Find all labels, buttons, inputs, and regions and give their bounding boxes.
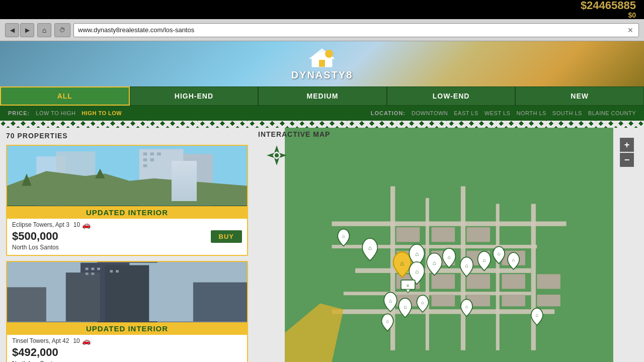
svg-rect-61 (502, 295, 525, 306)
money-amount: $24465885 (581, 0, 636, 11)
tinsel-price-row: $492,000 (12, 346, 242, 359)
svg-text:⌂: ⌂ (415, 268, 419, 275)
tab-new[interactable]: NEW (515, 86, 644, 106)
svg-rect-44 (496, 204, 500, 350)
history-button[interactable]: ⏱ (54, 23, 70, 37)
tinsel-garage-count: 10 (73, 337, 79, 344)
compass (264, 143, 289, 168)
svg-rect-29 (193, 283, 247, 322)
home-button[interactable]: ⌂ (37, 23, 51, 37)
svg-rect-45 (531, 204, 536, 350)
svg-text:⌂: ⌂ (498, 251, 501, 256)
tinsel-info: Tinsel Towers, Apt 42 10 🚗 $492,000 Nort… (7, 335, 247, 362)
tab-all[interactable]: ALL (0, 86, 130, 106)
svg-rect-13 (143, 164, 147, 167)
svg-text:≡: ≡ (407, 284, 410, 288)
eclipse-towers-image (7, 146, 247, 206)
eclipse-price: $500,000 (12, 230, 58, 243)
svg-rect-25 (91, 273, 94, 275)
price-filter-label: PRICE: (8, 110, 30, 116)
svg-text:⌂: ⌂ (465, 263, 468, 268)
content-area: 70 PROPERTIES (0, 128, 644, 362)
svg-rect-40 (332, 309, 555, 314)
filter-west-ls[interactable]: WEST LS (485, 110, 511, 116)
svg-marker-84 (274, 145, 279, 153)
filter-south-ls[interactable]: SOUTH LS (552, 110, 582, 116)
hero-banner: DYNASTY8 (0, 41, 644, 86)
tab-low-end[interactable]: LOW-END (387, 86, 516, 106)
svg-rect-47 (432, 227, 455, 242)
svg-rect-1 (319, 60, 325, 67)
eclipse-updated-badge: UPDATED INTERIOR (7, 206, 247, 219)
tinsel-name-row: Tinsel Towers, Apt 42 10 🚗 (12, 337, 242, 345)
forward-button[interactable]: ▶ (20, 23, 34, 37)
zoom-in-button[interactable]: + (620, 138, 634, 152)
filter-north-ls[interactable]: NORTH LS (516, 110, 546, 116)
svg-marker-85 (274, 158, 279, 165)
close-url-button[interactable]: ✕ (626, 25, 634, 35)
svg-rect-26 (110, 270, 113, 273)
zigzag-divider (0, 121, 644, 128)
eclipse-price-row: $500,000 BUY (12, 230, 242, 243)
home-icon: ⌂ (42, 26, 46, 34)
tinsel-garage: 10 🚗 (73, 337, 90, 345)
svg-text:⌂: ⌂ (421, 300, 424, 305)
properties-header: 70 PROPERTIES (6, 132, 248, 140)
property-card-eclipse[interactable]: UPDATED INTERIOR Eclipse Towers, Apt 3 1… (6, 145, 248, 256)
svg-marker-87 (279, 153, 287, 158)
eclipse-name: Eclipse Towers, Apt 3 (12, 221, 69, 228)
svg-rect-56 (502, 274, 525, 289)
svg-rect-12 (150, 158, 154, 161)
tinsel-garage-icon: 🚗 (82, 337, 91, 345)
money-sub: $0 (628, 11, 636, 19)
svg-rect-21 (86, 267, 89, 270)
svg-text:⌂: ⌂ (535, 313, 538, 318)
history-icon: ⏱ (59, 27, 65, 34)
svg-rect-20 (66, 273, 100, 321)
svg-rect-23 (97, 267, 100, 270)
url-bar[interactable]: www.dynasty8realestate.com/los-santos ✕ (73, 23, 639, 37)
tab-medium[interactable]: MEDIUM (258, 86, 387, 106)
svg-rect-22 (91, 267, 94, 270)
eclipse-name-row: Eclipse Towers, Apt 3 10 🚗 (12, 221, 242, 229)
back-icon: ◀ (10, 27, 15, 34)
svg-rect-55 (466, 274, 490, 289)
svg-text:⌂: ⌂ (415, 250, 419, 257)
tinsel-towers-image (7, 262, 247, 322)
tinsel-location: North Los Santos (12, 360, 242, 362)
eclipse-garage: 10 🚗 (73, 221, 91, 229)
svg-rect-8 (143, 152, 147, 155)
svg-rect-28 (7, 287, 46, 321)
svg-rect-59 (432, 295, 455, 306)
forward-icon: ▶ (25, 27, 30, 34)
svg-rect-19 (105, 265, 149, 321)
svg-point-2 (325, 50, 333, 58)
svg-rect-54 (432, 274, 455, 289)
nav-buttons: ◀ ▶ (5, 23, 34, 37)
svg-rect-36 (332, 221, 567, 226)
svg-point-88 (275, 153, 279, 157)
logo-text: DYNASTY8 (291, 69, 353, 81)
svg-text:⌂: ⌂ (447, 254, 450, 260)
nav-tabs: ALL HIGH-END MEDIUM LOW-END NEW (0, 86, 644, 106)
filter-blaine-county[interactable]: BLAINE COUNTY (588, 110, 636, 116)
svg-rect-10 (157, 152, 161, 155)
filter-low-to-high[interactable]: LOW TO HIGH (36, 110, 75, 116)
zoom-out-button[interactable]: − (620, 153, 634, 167)
svg-text:⌂: ⌂ (368, 244, 372, 251)
back-button[interactable]: ◀ (5, 23, 19, 37)
filter-downtown[interactable]: DOWNTOWN (412, 110, 448, 116)
filter-east-ls[interactable]: EAST LS (454, 110, 478, 116)
svg-text:⌂: ⌂ (512, 257, 515, 262)
svg-text:⌂: ⌂ (400, 259, 404, 267)
tab-high-end[interactable]: HIGH-END (130, 86, 259, 106)
svg-rect-42 (426, 198, 429, 350)
svg-rect-11 (143, 158, 147, 161)
filter-high-to-low[interactable]: HIGH TO LOW (82, 110, 122, 116)
map-svg: ⌂ ⌂ ⌂ ⌂ (254, 128, 644, 362)
property-card-tinsel[interactable]: UPDATED INTERIOR Tinsel Towers, Apt 42 1… (6, 261, 248, 362)
properties-count: 70 PROPERTIES (6, 132, 68, 140)
eclipse-buy-button[interactable]: BUY (211, 230, 242, 243)
map-container: ⌂ ⌂ ⌂ ⌂ (254, 128, 644, 362)
svg-rect-62 (537, 295, 560, 306)
